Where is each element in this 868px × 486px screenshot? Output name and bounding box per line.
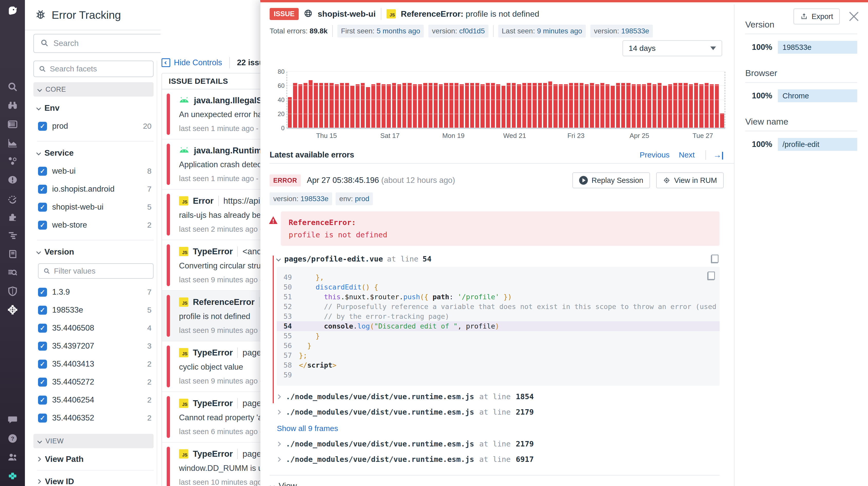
chart-bar[interactable]	[606, 84, 610, 128]
logs-icon[interactable]	[0, 229, 25, 243]
checkbox-checked[interactable]: ✓	[38, 377, 47, 387]
facet-item-label[interactable]: 35.4397207	[52, 341, 142, 351]
chart-bar[interactable]	[288, 97, 292, 128]
chart-bar[interactable]	[361, 83, 365, 128]
chart-bar[interactable]	[392, 83, 396, 128]
version-chip[interactable]: version:198533e	[270, 192, 332, 205]
chart-bar[interactable]	[658, 83, 661, 128]
checkbox-checked[interactable]: ✓	[38, 122, 47, 131]
infrastructure-icon[interactable]	[0, 154, 25, 169]
chart-bar[interactable]	[632, 84, 636, 128]
chart-bar[interactable]	[324, 83, 328, 128]
chart-bar[interactable]	[679, 83, 682, 128]
version-filter-input[interactable]: Filter values	[38, 263, 154, 279]
stack-frame-collapsed[interactable]: ./node_modules/vue/dist/vue.runtime.esm.…	[277, 392, 734, 401]
facet-item-label[interactable]: shopist-web-ui	[52, 203, 142, 212]
chart-bar[interactable]	[439, 84, 443, 128]
chart-bar[interactable]	[653, 84, 656, 128]
facet-service-header[interactable]: Service	[37, 148, 154, 158]
chart-bar[interactable]	[465, 83, 469, 128]
search-facets-input[interactable]: Search facets	[33, 61, 154, 77]
chart-bar[interactable]	[600, 83, 604, 128]
facet-item-label[interactable]: web-store	[52, 220, 142, 230]
stack-frame-collapsed[interactable]: ./node_modules/vue/dist/vue.runtime.esm.…	[277, 455, 734, 464]
chart-bar[interactable]	[553, 84, 557, 128]
monitors-icon[interactable]	[0, 173, 25, 187]
checkbox-checked[interactable]: ✓	[38, 360, 47, 369]
chart-bar[interactable]	[319, 83, 323, 128]
chart-bar[interactable]	[522, 83, 526, 128]
search-icon[interactable]	[0, 80, 25, 94]
security-icon[interactable]	[0, 284, 25, 299]
checkbox-checked[interactable]: ✓	[38, 203, 47, 212]
chart-bar[interactable]	[663, 86, 666, 128]
checkbox-checked[interactable]: ✓	[38, 306, 47, 315]
chart-bar[interactable]	[543, 83, 547, 128]
chart-bar[interactable]	[335, 84, 339, 128]
copy-icon[interactable]	[707, 272, 715, 280]
chart-bar[interactable]	[684, 83, 687, 128]
hide-controls-button[interactable]: Hide Controls	[161, 58, 222, 67]
watchdog-icon[interactable]	[0, 98, 25, 113]
chart-bar[interactable]	[423, 83, 427, 128]
chart-bar[interactable]	[647, 83, 651, 128]
chart-bar[interactable]	[293, 83, 297, 128]
facet-item-label[interactable]: 35.4403413	[52, 359, 142, 369]
chart-bar[interactable]	[720, 113, 724, 128]
chart-bar[interactable]	[371, 84, 375, 128]
first-seen-chip[interactable]: First seen:5 months ago	[337, 25, 424, 37]
chart-bar[interactable]	[402, 83, 406, 128]
chart-bar[interactable]	[689, 84, 693, 128]
export-button[interactable]: Export	[794, 8, 840, 24]
checkbox-checked[interactable]: ✓	[38, 167, 47, 176]
chart-bar[interactable]	[533, 83, 536, 128]
chart-bar[interactable]	[350, 86, 354, 128]
chart-bar[interactable]	[330, 83, 333, 128]
facet-collapsed-item[interactable]: View ID	[37, 470, 154, 486]
help-icon[interactable]: ?	[0, 431, 25, 446]
chart-bar[interactable]	[517, 84, 521, 128]
facet-item-label[interactable]: prod	[52, 121, 138, 131]
checkbox-checked[interactable]: ✓	[38, 185, 47, 194]
chart-bar[interactable]	[569, 83, 573, 128]
chart-bar[interactable]	[590, 83, 594, 128]
stack-frame-collapsed[interactable]: ./node_modules/vue/dist/vue.runtime.esm.…	[277, 439, 734, 448]
chat-icon[interactable]	[0, 413, 25, 427]
view-in-rum-button[interactable]: View in RUM	[656, 172, 724, 188]
facet-item-label[interactable]: 35.4405272	[52, 377, 142, 387]
checkbox-checked[interactable]: ✓	[38, 396, 47, 404]
log-explorer-icon[interactable]	[0, 266, 25, 280]
chart-bar[interactable]	[397, 84, 401, 128]
skip-to-latest-icon[interactable]: →|	[706, 150, 724, 160]
chart-bar[interactable]	[699, 84, 703, 128]
metrics-icon[interactable]	[0, 135, 25, 150]
show-all-frames-link[interactable]: Show all 9 frames	[277, 424, 734, 433]
chart-bar[interactable]	[548, 82, 552, 128]
chart-bar[interactable]	[580, 83, 584, 128]
checkbox-checked[interactable]: ✓	[38, 324, 47, 333]
dashboards-icon[interactable]	[0, 117, 25, 131]
chart-bar[interactable]	[455, 83, 458, 128]
chart-bar[interactable]	[340, 83, 344, 128]
apm-icon[interactable]	[0, 191, 25, 206]
facet-item-label[interactable]: 198533e	[52, 305, 142, 315]
chart-bar[interactable]	[621, 83, 625, 128]
chart-bar[interactable]	[444, 83, 448, 128]
chart-bar[interactable]	[642, 84, 646, 128]
copy-icon[interactable]	[711, 254, 718, 263]
time-range-select[interactable]: 14 days	[622, 40, 722, 56]
view-section-header[interactable]: View	[271, 481, 734, 486]
checkbox-checked[interactable]: ✓	[38, 288, 47, 297]
facet-env-header[interactable]: Env	[37, 103, 154, 113]
chart-bar[interactable]	[450, 83, 453, 128]
integrations-icon[interactable]	[0, 210, 25, 224]
chart-bar[interactable]	[715, 84, 719, 128]
attribute-row[interactable]: 100%198533e	[745, 41, 857, 54]
chart-bar[interactable]	[507, 83, 510, 128]
chart-bar[interactable]	[626, 83, 630, 128]
chart-bar[interactable]	[304, 83, 307, 128]
facet-item-label[interactable]: io.shopist.android	[52, 184, 142, 194]
chart-bar[interactable]	[637, 84, 641, 128]
chart-bar[interactable]	[564, 84, 568, 128]
facet-item-label[interactable]: 35.4406352	[52, 413, 142, 423]
